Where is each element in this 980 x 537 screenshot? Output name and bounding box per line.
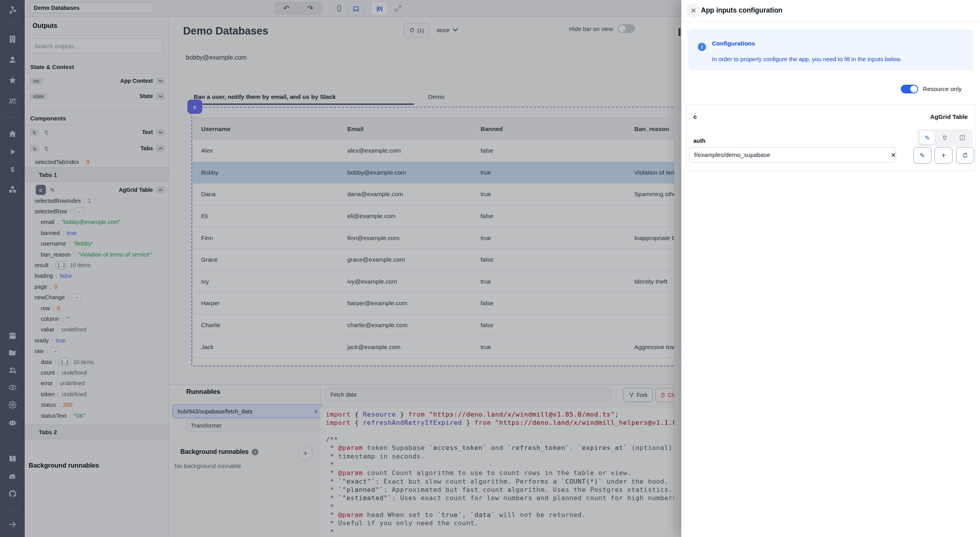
search-outputs-input[interactable] <box>29 38 163 53</box>
edit-resource-button[interactable]: ✎ <box>913 147 931 164</box>
colon: : <box>56 380 57 386</box>
chevron-up-icon[interactable] <box>156 145 165 152</box>
tree-key: status <box>41 402 56 408</box>
building-icon[interactable] <box>7 34 18 44</box>
app-title-input[interactable] <box>29 2 154 13</box>
mobile-view-icon[interactable] <box>331 2 347 15</box>
tree-value: 0 <box>54 284 57 290</box>
discord-icon[interactable] <box>7 471 18 482</box>
clear-resource-icon[interactable]: ✕ <box>889 151 897 159</box>
static-mode-pencil-icon[interactable]: ✎ <box>920 131 935 144</box>
user-icon[interactable] <box>7 55 18 65</box>
output-row-state[interactable]: stateState <box>25 89 169 104</box>
output-row-ctx[interactable]: ctxApp Context <box>25 73 169 89</box>
info-icon[interactable]: i <box>252 449 258 455</box>
tree-key: count <box>41 370 54 376</box>
calendar-icon[interactable] <box>7 331 18 341</box>
eye-icon[interactable] <box>7 382 18 393</box>
dollar-icon[interactable]: $ <box>7 164 18 175</box>
table-row[interactable]: Alexalex@example.comfalse <box>192 140 681 162</box>
chevron-down-icon[interactable] <box>156 129 165 136</box>
component-row-b[interactable]: bText <box>25 124 169 140</box>
fork-button[interactable]: Fork <box>623 388 653 402</box>
runnable-item-transformer[interactable]: Transformer <box>186 419 323 432</box>
refresh-button[interactable]: (1) <box>404 23 429 38</box>
table-row[interactable]: Charliecharlie@example.comfalse <box>192 315 681 337</box>
table-row[interactable]: Jackjack@example.comtrueAggressive towar… <box>192 336 681 358</box>
preview-outline-icon[interactable]: |0| <box>371 2 388 16</box>
reload-resource-button[interactable] <box>956 147 974 164</box>
tree-key: ready <box>34 337 49 344</box>
redo-icon[interactable]: ↷ <box>302 4 319 13</box>
connect-mode-plug-icon[interactable] <box>937 131 952 144</box>
robot-icon[interactable] <box>7 418 18 428</box>
tabs1-section-header[interactable]: Tabs 1 <box>25 167 169 182</box>
selected-component-badge[interactable]: c <box>187 100 202 114</box>
table-row[interactable]: Ivyivy@example.comtrueIdentity theft <box>192 271 681 293</box>
collapse-toggle[interactable]: – <box>74 208 83 216</box>
tree-value: undefined <box>62 370 87 376</box>
table-row[interactable]: Finnfinn@example.comtrueInappropriate be… <box>192 227 681 249</box>
tree-value: "Violation of terms of service" <box>78 251 152 258</box>
runnable-item-fetch-data[interactable]: hub/943/supabase/fetch_data c <box>172 404 323 418</box>
colon: : <box>53 305 54 311</box>
tabs2-section-header[interactable]: Tabs 2 <box>25 424 169 439</box>
tree-key: newChange <box>34 294 65 300</box>
book-icon[interactable] <box>7 454 18 464</box>
chevron-down-icon[interactable] <box>156 93 165 100</box>
expand-icon[interactable] <box>390 2 406 15</box>
workers-icon[interactable] <box>7 365 18 375</box>
cubes-icon[interactable] <box>7 184 18 195</box>
home-icon[interactable] <box>7 129 18 139</box>
array-count: 10 items <box>73 359 94 365</box>
add-background-runnable-button[interactable]: + <box>298 446 313 461</box>
app-editor-window: $ ↶ ↷ |0| Outputs State & Context ctxApp… <box>0 0 980 537</box>
collapse-toggle[interactable]: – <box>51 347 60 355</box>
table-row[interactable]: Elieli@example.comfalse <box>192 206 681 228</box>
gear-icon[interactable] <box>7 400 18 410</box>
cell-email: alex@example.com <box>347 147 401 154</box>
tree-key: value <box>41 326 54 333</box>
code-editor[interactable]: import { Resource } from "https://deno.l… <box>320 407 681 537</box>
undo-icon[interactable]: ↶ <box>278 4 295 13</box>
add-resource-button[interactable]: + <box>935 147 953 164</box>
edit-pencil-icon[interactable]: ✎ <box>50 186 55 194</box>
table-row[interactable]: Danadana@example.comtrueSpamming other u… <box>192 184 681 206</box>
array-expander[interactable]: [...] <box>59 358 70 366</box>
canvas-scrollbar[interactable] <box>674 0 682 537</box>
table-row[interactable]: Harperharper@example.comfalse <box>192 293 681 315</box>
play-icon[interactable] <box>7 147 18 157</box>
text-component-b[interactable]: bobby@example.com <box>186 54 247 61</box>
table-row[interactable]: Gracegrace@example.comfalse <box>192 249 681 271</box>
info-title: Configurations <box>712 40 755 47</box>
svg-text:$: $ <box>11 166 15 173</box>
chevron-down-icon[interactable] <box>156 77 165 84</box>
tree-value: "OK" <box>73 413 85 419</box>
eval-mode-fn-icon[interactable]: f <box>955 131 970 144</box>
colon: : <box>62 316 64 322</box>
script-name-input[interactable] <box>325 388 611 401</box>
tab-ban-a-user[interactable]: Ban a user, notify them by email, and us… <box>194 93 336 100</box>
state-context-rows: ctxApp ContextstateState <box>25 73 169 104</box>
desktop-view-icon[interactable] <box>348 2 364 16</box>
tab-demo[interactable]: Demo <box>428 93 444 100</box>
users-icon[interactable] <box>7 96 18 106</box>
code-line: * <box>326 461 681 469</box>
chevron-up-icon[interactable] <box>156 186 165 193</box>
resource-only-toggle[interactable] <box>901 85 918 93</box>
star-icon[interactable] <box>7 75 18 86</box>
array-expander[interactable]: [...] <box>56 261 67 269</box>
hide-bar-toggle[interactable] <box>618 24 635 33</box>
cell-ban-reason: Identity theft <box>634 278 667 285</box>
schedule-dropdown[interactable]: once <box>437 23 458 37</box>
arrow-right-icon[interactable] <box>7 519 18 530</box>
resource-path-input[interactable] <box>689 147 896 163</box>
windmill-logo-icon[interactable] <box>7 5 18 15</box>
close-icon[interactable]: ✕ <box>686 4 701 18</box>
component-row-a[interactable]: aTabs <box>25 140 169 157</box>
selected-tab-index-row: selectedTabIndex: 0 <box>25 157 169 167</box>
github-icon[interactable] <box>7 489 18 499</box>
collapse-toggle[interactable]: – <box>72 293 81 302</box>
table-row[interactable]: Bobbybobby@example.comtrueViolation of t… <box>192 162 681 184</box>
folder-icon[interactable] <box>7 348 18 358</box>
